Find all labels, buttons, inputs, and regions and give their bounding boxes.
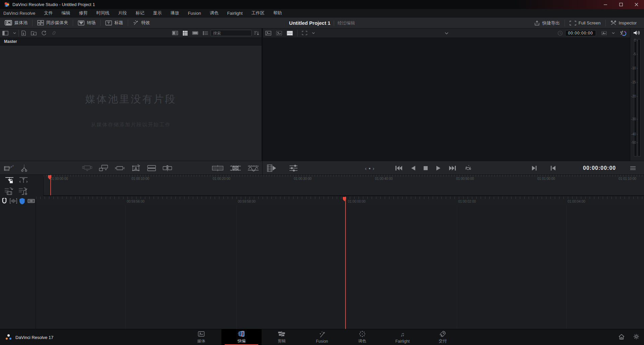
loop-icon[interactable] <box>464 165 472 171</box>
source-overwrite-icon[interactable] <box>131 164 141 172</box>
timeline-gridline <box>566 206 567 329</box>
project-manager-home-icon[interactable] <box>619 334 625 341</box>
go-to-start-icon[interactable] <box>395 165 402 171</box>
search-input[interactable] <box>211 30 252 36</box>
media-pool-panel: Master 媒体池里没有片段 从媒体存储添加片段以开始工作 <box>0 28 262 161</box>
thumbnail-view-icon[interactable] <box>180 28 190 38</box>
menu-timeline[interactable]: 时间线 <box>96 10 109 16</box>
transitions-toggle[interactable]: 转场 <box>73 17 100 28</box>
menu-help[interactable]: 帮助 <box>273 10 282 16</box>
import-folder-icon[interactable] <box>29 28 39 38</box>
menu-file[interactable]: 文件 <box>44 10 53 16</box>
smart-insert-icon[interactable] <box>82 165 92 171</box>
fusion-page-icon <box>318 331 326 338</box>
media-pool-toggle[interactable]: 媒体池 <box>0 17 32 28</box>
transition-icon[interactable] <box>230 165 241 171</box>
menu-workspace[interactable]: 工作区 <box>251 10 264 16</box>
sync-clips-icon[interactable]: zzz <box>4 164 14 172</box>
trim-mode-tool[interactable] <box>17 176 30 185</box>
duration-clock-icon[interactable] <box>555 28 565 38</box>
close-up-icon[interactable] <box>163 165 172 171</box>
chevron-down-icon[interactable] <box>609 28 617 38</box>
maximize-button[interactable] <box>613 0 629 9</box>
position-lock-shield-icon[interactable] <box>18 197 27 205</box>
menu-fusion[interactable]: Fusion <box>188 11 201 16</box>
tab-deliver[interactable]: 交付 <box>423 329 463 345</box>
close-button[interactable] <box>629 0 644 9</box>
filmstrip-view-icon[interactable] <box>190 28 201 38</box>
viewer-timecode[interactable]: 00:00:00:00 <box>565 30 596 36</box>
timeline-timecode[interactable]: 00:00:00:00 <box>583 165 616 171</box>
bin-header[interactable]: Master <box>0 38 262 46</box>
relink-icon[interactable] <box>49 28 59 38</box>
inspector-button[interactable]: Inspector <box>606 17 641 28</box>
snapping-magnet-icon[interactable] <box>0 197 9 205</box>
play-icon[interactable] <box>436 165 441 171</box>
metadata-view-icon[interactable] <box>170 28 180 38</box>
effects-icon <box>133 20 139 25</box>
sort-icon[interactable] <box>252 28 262 38</box>
project-settings-gear-icon[interactable] <box>633 334 639 341</box>
menu-edit[interactable]: 编辑 <box>61 10 70 16</box>
insert-video-tool[interactable] <box>3 187 15 196</box>
menu-playback[interactable]: 播放 <box>170 10 179 16</box>
resolve-fx-color-icon[interactable] <box>617 28 629 38</box>
jog-control[interactable]: ‹●› <box>365 161 374 175</box>
ruler-label: 01:00:04:00 <box>568 200 585 203</box>
jog-left-icon: ‹ <box>365 165 367 171</box>
audio-scrub-icon[interactable] <box>9 197 18 205</box>
sync-bin-toggle[interactable]: 同步媒体夹 <box>33 17 73 28</box>
overview-playhead-line[interactable] <box>50 175 51 195</box>
live-overwrite-icon[interactable] <box>267 164 277 172</box>
tools-mixer-icon[interactable] <box>289 164 298 172</box>
ripple-overwrite-icon[interactable] <box>115 165 125 171</box>
minimize-button[interactable] <box>598 0 613 9</box>
place-on-top-icon[interactable] <box>147 165 156 171</box>
list-view-icon[interactable] <box>201 28 211 38</box>
go-to-end-icon[interactable] <box>449 165 456 171</box>
add-clip-marker-icon[interactable] <box>27 197 36 205</box>
full-screen-button[interactable]: Full Screen <box>565 17 605 28</box>
insert-audio-tool[interactable] <box>17 187 30 196</box>
split-clip-icon[interactable] <box>212 165 223 171</box>
timeline-overview-strip[interactable]: 01:00:00:00 01:00:10:00 01:00:20:00 01:0… <box>44 175 644 196</box>
playhead-line[interactable] <box>345 197 346 329</box>
play-from-start-icon[interactable] <box>550 165 556 171</box>
ruler-label: 01:00:40:00 <box>375 177 393 181</box>
refresh-icon[interactable] <box>39 28 49 38</box>
quick-export-button[interactable]: 快捷导出 <box>529 17 565 28</box>
titles-toggle[interactable]: 标题 <box>101 17 128 28</box>
effects-toggle[interactable]: 特效 <box>128 17 155 28</box>
chevron-down-icon[interactable] <box>11 28 18 38</box>
menu-davinci-resolve[interactable]: DaVinci Resolve <box>3 11 35 16</box>
razor-icon[interactable] <box>21 164 28 172</box>
menu-trim[interactable]: 修剪 <box>79 10 88 16</box>
tab-color[interactable]: 调色 <box>342 329 382 345</box>
play-around-icon[interactable] <box>532 165 537 171</box>
tab-edit[interactable]: 剪辑 <box>262 329 302 345</box>
menu-fairlight[interactable]: Fairlight <box>227 11 243 16</box>
menu-color[interactable]: 调色 <box>210 10 218 16</box>
import-media-icon[interactable] <box>19 28 29 38</box>
timeline-options-menu-icon[interactable] <box>630 166 636 170</box>
bin-list-toggle-icon[interactable] <box>0 28 11 38</box>
gallery-icon[interactable] <box>599 28 609 38</box>
keyframe-curve-icon[interactable] <box>248 165 259 171</box>
menu-clip[interactable]: 片段 <box>118 10 127 16</box>
menu-mark[interactable]: 标记 <box>136 10 144 16</box>
meter-label: -5 <box>633 52 636 56</box>
timeline-ruler[interactable]: 00:59:56:00 00:59:58:00 01:00:00:00 01:0… <box>36 197 644 206</box>
speaker-icon[interactable] <box>633 30 640 37</box>
tab-fusion[interactable]: Fusion <box>302 329 342 345</box>
tab-fairlight[interactable]: ♫ Fairlight <box>382 329 423 345</box>
tab-cut[interactable]: 快编 <box>221 329 262 345</box>
append-icon[interactable] <box>99 165 108 171</box>
play-reverse-icon[interactable] <box>411 165 416 171</box>
media-page-icon <box>198 331 205 337</box>
playhead-lock-tool[interactable] <box>3 176 15 185</box>
tab-media[interactable]: 媒体 <box>181 329 221 345</box>
stop-icon[interactable] <box>423 166 428 170</box>
toolbar-right-group: 快捷导出 Full Screen Inspector <box>529 17 641 28</box>
timeline-tracks[interactable] <box>36 206 644 329</box>
menu-view[interactable]: 显示 <box>153 10 162 16</box>
